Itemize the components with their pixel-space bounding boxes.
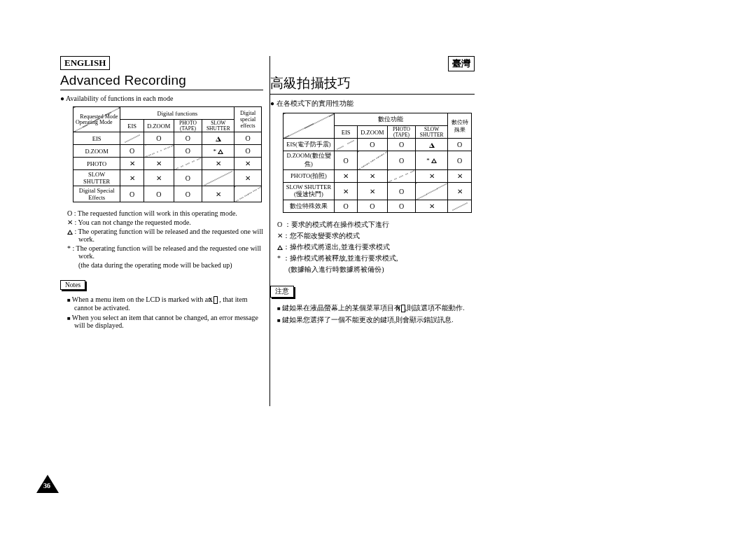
header-digital-functions-r: 數位功能 [334,113,447,126]
col-eis-r: EIS [334,126,357,139]
right-column: 臺灣 高級拍攝技巧 在各模式下的實用性功能 數位功能 數位特殊果 EIS D.Z… [270,56,475,507]
note-item: 鍵如果您選擇了一個不能更改的鍵項,則會顯示錯誤訊息. [274,315,475,325]
table-cell: * [202,145,234,158]
row-header: EIS(電子防手震) [284,139,335,151]
legend-o: O : The requested function will work in … [60,209,263,217]
legend-right: O ：要求的模式將在操作模式下進行 ✕：您不能改變要求的模式 ：操作模式將退出,… [270,220,475,275]
table-cell: ✕ [448,170,472,183]
title-left: Advanced Recording [60,73,186,90]
table-cell: O [387,139,416,151]
row-header: D.ZOOM(數位變焦) [284,151,335,170]
table-cell [234,186,262,202]
legend-x: ✕ : You can not change the requested mod… [60,218,263,226]
section-heading-left: Availability of functions in each mode [60,95,263,102]
language-badge-english: ENGLISH [60,56,110,70]
section-heading-right: 在各模式下的實用性功能 [270,99,475,109]
left-column: ENGLISH Advanced Recording Availability … [60,56,263,507]
table-cell [174,158,202,170]
legend-star-r: * ：操作模式將被釋放,並進行要求模式, [270,253,475,263]
row-header: 數位特殊效果 [284,200,335,213]
page-number-badge: 36 [36,475,57,493]
table-cell: O [358,200,387,213]
language-badge-taiwan: 臺灣 [448,56,475,71]
col-photo-r: PHOTO (TAPE) [387,126,416,139]
table-cell: O [358,139,387,151]
table-cell: ✕ [234,158,262,170]
notes-heading-left: Notes [60,280,85,290]
table-cell: O [448,139,472,151]
table-cell: * [416,151,448,170]
row-header: EIS [74,132,120,145]
table-cell: O [234,132,262,145]
table-cell: ✕ [120,170,144,186]
legend-star: * : The operating function will be relea… [60,244,263,260]
legend-o-r: O ：要求的模式將在操作模式下進行 [270,220,475,230]
table-cell: O [174,186,202,202]
table-cell: O [144,186,174,202]
row-header: PHOTO [74,158,120,170]
col-dzoom: D.ZOOM [144,120,174,132]
legend-x-r: ✕：您不能改變要求的模式 [270,231,475,241]
table-row: PHOTO✕✕✕✕ [74,158,262,170]
row-header: PHOTO(拍照) [284,170,335,183]
table-cell: O [387,183,416,200]
row-header: Digital Special Effects [74,186,120,202]
table-cell [416,183,448,200]
legend-star-sub: (the data during the operating mode will… [60,261,263,269]
table-cell: ✕ [448,183,472,200]
table-cell [202,170,234,186]
table-row: EISOOO [74,132,262,145]
table-cell [416,139,448,151]
table-row: SLOW SHUTTER (慢速快門)✕✕O✕ [284,183,472,200]
table-row: Digital Special EffectsOOO✕ [74,186,262,202]
table-cell: O [234,145,262,158]
table-cell: O [334,200,357,213]
row-header: SLOW SHUTTER [74,170,120,186]
table-cell: ✕ [334,183,357,200]
table-row: SLOW SHUTTER✕✕O✕ [74,170,262,186]
table-row: 數位特殊效果OOO✕ [284,200,472,213]
header-dse-r: 數位特殊果 [448,113,472,139]
notes-heading-right: 注意 [270,286,294,298]
table-cell: ✕ [416,170,448,183]
table-cell: O [387,200,416,213]
note-item: When a menu item on the LCD is marked wi… [64,296,263,312]
x-box-icon: X [214,296,218,304]
table-cell: ✕ [234,170,262,186]
col-dzoom-r: D.ZOOM [358,126,387,139]
header-digital-functions: Digital functions [120,107,234,120]
col-photo: PHOTO (TAPE) [174,120,202,132]
note-item: 鍵如果在液晶螢幕上的某個菜單項目有X,則該選項不能動作. [274,303,475,313]
table-cell: O [120,186,144,202]
table-row: PHOTO(拍照)✕✕✕✕ [284,170,472,183]
table-cell: O [387,151,416,170]
legend-tri-r: ：操作模式將退出,並進行要求模式 [270,242,475,252]
table-cell: O [334,151,357,170]
table-cell: O [120,145,144,158]
availability-table-left: Requested Mode Operating Mode Digital fu… [73,106,262,202]
table-cell [448,200,472,213]
legend-tri: : The operating function will be release… [60,228,263,243]
table-cell [387,170,416,183]
table-cell [120,132,144,145]
table-cell: ✕ [120,158,144,170]
notes-list-left: When a menu item on the LCD is marked wi… [64,296,263,329]
table-cell [358,151,387,170]
col-eis: EIS [120,120,144,132]
table-cell [202,132,234,145]
table-cell: ✕ [202,186,234,202]
table-row: EIS(電子防手震)OOO [284,139,472,151]
table-cell [144,145,174,158]
table-cell: ✕ [416,200,448,213]
table-cell: O [144,132,174,145]
table-cell: O [174,170,202,186]
legend-left: O : The requested function will work in … [60,209,263,269]
row-header: D.ZOOM [74,145,120,158]
col-slowshutter: SLOW SHUTTER [202,120,234,132]
notes-list-right: 鍵如果在液晶螢幕上的某個菜單項目有X,則該選項不能動作. 鍵如果您選擇了一個不能… [274,303,475,325]
title-right: 高級拍攝技巧 [270,74,351,94]
table-cell: ✕ [144,158,174,170]
table-cell: ✕ [358,170,387,183]
table-cell: ✕ [202,158,234,170]
header-dse: Digital special effects [234,107,262,132]
